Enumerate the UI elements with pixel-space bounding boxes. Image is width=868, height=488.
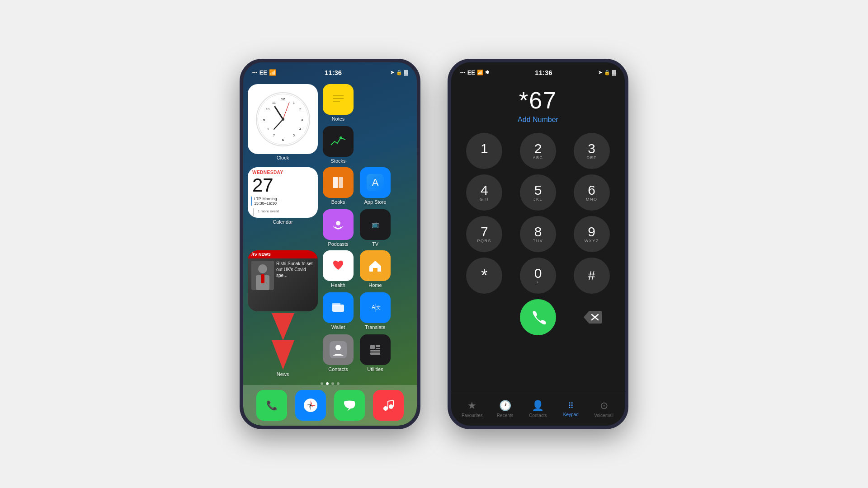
tab-keypad[interactable]: ⠿ Keypad — [557, 401, 585, 417]
keypad: 1 2 ABC 3 DEF 4 GHI — [451, 133, 625, 294]
key-7[interactable]: 7 PQRS — [466, 216, 502, 252]
books-app-item[interactable]: Books — [321, 167, 355, 205]
music-dock-icon — [373, 390, 404, 421]
key-4[interactable]: 4 GHI — [466, 174, 502, 211]
contacts-tab-icon: 👤 — [532, 400, 544, 412]
safari-dock-icon — [295, 390, 326, 421]
home-content: 12 3 6 9 1 2 4 5 7 8 10 — [243, 82, 417, 385]
key-0[interactable]: 0 + — [520, 258, 556, 294]
svg-rect-54 — [370, 350, 380, 352]
podcasts-svg — [330, 216, 347, 233]
dock-safari[interactable] — [295, 390, 326, 421]
key-9-sub: WXYZ — [585, 239, 599, 243]
home-svg — [367, 257, 384, 274]
news-text: Rishi Sunak to set out UK's Covid spe... — [276, 261, 314, 309]
notes-app-item[interactable]: Notes — [321, 84, 355, 122]
phone-screen: ▪▪▪ EE 📶 ✱ 11:36 ➤ 🔒 ▓ *67 Add Number 1 — [451, 62, 625, 426]
svg-text:📺: 📺 — [372, 221, 380, 229]
news-channel-itv: itv — [251, 252, 257, 257]
key-3[interactable]: 3 DEF — [574, 133, 610, 169]
dialed-number: *67 — [519, 87, 557, 114]
svg-text:3: 3 — [301, 118, 303, 122]
key-4-main: 4 — [481, 183, 488, 197]
key-5-sub: JKL — [533, 197, 542, 202]
svg-text:8: 8 — [267, 127, 269, 131]
calendar-event-1: LTP Morning... 15:30–16:30 — [251, 197, 314, 206]
key-6[interactable]: 6 MNO — [574, 174, 610, 211]
appstore-svg: A — [367, 174, 384, 191]
notes-icon — [323, 84, 354, 115]
phone-status-right: ➤ 🔒 ▓ — [598, 70, 616, 75]
health-app-item[interactable]: Health — [321, 250, 355, 288]
news-bg: itv NEWS — [248, 250, 318, 311]
key-star[interactable]: * — [466, 258, 502, 294]
top-row: 12 3 6 9 1 2 4 5 7 8 10 — [248, 84, 412, 164]
phone-extra-icon: ✱ — [485, 70, 489, 75]
status-bar-home: ▪▪▪ EE 📶 11:36 ➤ 🔒 ▓ — [243, 62, 417, 82]
phone-battery-icon: ▓ — [612, 70, 616, 75]
key-hash[interactable]: # — [574, 258, 610, 294]
key-9[interactable]: 9 WXYZ — [574, 216, 610, 252]
podcasts-app-item[interactable]: Podcasts — [321, 209, 355, 247]
utilities-svg — [367, 341, 384, 358]
dock-music[interactable] — [373, 390, 404, 421]
wallet-label: Wallet — [331, 324, 345, 330]
key-9-main: 9 — [588, 225, 595, 239]
contacts-app-item[interactable]: Contacts — [321, 334, 355, 372]
person-svg — [251, 261, 274, 290]
status-right: ➤ 🔒 ▓ — [390, 70, 408, 75]
contacts-tab-label: Contacts — [529, 413, 547, 418]
podcasts-icon — [323, 209, 354, 240]
svg-point-68 — [389, 404, 393, 409]
tab-voicemail[interactable]: ⊙ Voicemail — [590, 400, 618, 418]
home-app-item[interactable]: Home — [359, 250, 392, 288]
svg-rect-51 — [370, 345, 375, 349]
dock-phone[interactable]: 📞 — [256, 390, 287, 421]
dock-messages[interactable] — [334, 390, 365, 421]
news-widget[interactable]: itv NEWS — [248, 250, 318, 311]
svg-text:2: 2 — [299, 108, 301, 111]
red-arrow — [272, 313, 294, 371]
key-5[interactable]: 5 JKL — [520, 174, 556, 211]
svg-rect-25 — [333, 177, 338, 188]
translate-app-item[interactable]: A 文 Translate — [359, 292, 392, 330]
tv-label: TV — [372, 241, 378, 247]
key-1[interactable]: 1 — [466, 133, 502, 169]
clock-face: 12 3 6 9 1 2 4 5 7 8 10 — [256, 92, 310, 146]
app-row-health: Health Home — [321, 250, 392, 288]
utilities-app-item[interactable]: Utilities — [359, 334, 392, 372]
stocks-icon — [323, 126, 354, 157]
svg-text:9: 9 — [263, 118, 265, 122]
key-0-sub: + — [537, 280, 540, 285]
middle-row: WEDNESDAY 27 LTP Morning... 15:30–16:30 … — [248, 167, 412, 247]
svg-rect-50 — [367, 341, 384, 358]
action-row — [451, 294, 625, 339]
svg-point-23 — [340, 136, 342, 139]
phone-lock-icon: 🔒 — [604, 70, 610, 75]
tv-icon-el: 📺 — [360, 209, 391, 240]
appstore-app-item[interactable]: A App Store — [359, 167, 392, 205]
key-8[interactable]: 8 TUV — [520, 216, 556, 252]
key-star-main: * — [481, 267, 487, 284]
key-2[interactable]: 2 ABC — [520, 133, 556, 169]
tab-favourites[interactable]: ★ Favourites — [458, 400, 486, 418]
clock-widget[interactable]: 12 3 6 9 1 2 4 5 7 8 10 — [248, 84, 318, 154]
health-svg — [330, 257, 347, 274]
call-button[interactable] — [520, 299, 556, 335]
iphone-home: ▪▪▪ EE 📶 11:36 ➤ 🔒 ▓ — [240, 59, 420, 429]
delete-button[interactable] — [574, 299, 610, 335]
wallet-app-item[interactable]: Wallet — [321, 292, 355, 330]
stocks-app-item[interactable]: Stocks — [321, 126, 355, 164]
status-bar-phone: ▪▪▪ EE 📶 ✱ 11:36 ➤ 🔒 ▓ — [451, 62, 625, 82]
svg-rect-36 — [261, 274, 264, 283]
safari-dock-svg — [302, 397, 319, 414]
tab-contacts[interactable]: 👤 Contacts — [524, 400, 552, 418]
key-5-main: 5 — [534, 183, 542, 197]
tab-recents[interactable]: 🕐 Recents — [491, 400, 519, 418]
calendar-widget[interactable]: WEDNESDAY 27 LTP Morning... 15:30–16:30 … — [248, 167, 318, 218]
tv-app-item[interactable]: 📺 TV — [359, 209, 392, 247]
dock: 📞 — [243, 385, 417, 426]
key-6-main: 6 — [588, 183, 595, 197]
calendar-widget-container: WEDNESDAY 27 LTP Morning... 15:30–16:30 … — [248, 167, 318, 225]
svg-rect-18 — [330, 90, 346, 108]
